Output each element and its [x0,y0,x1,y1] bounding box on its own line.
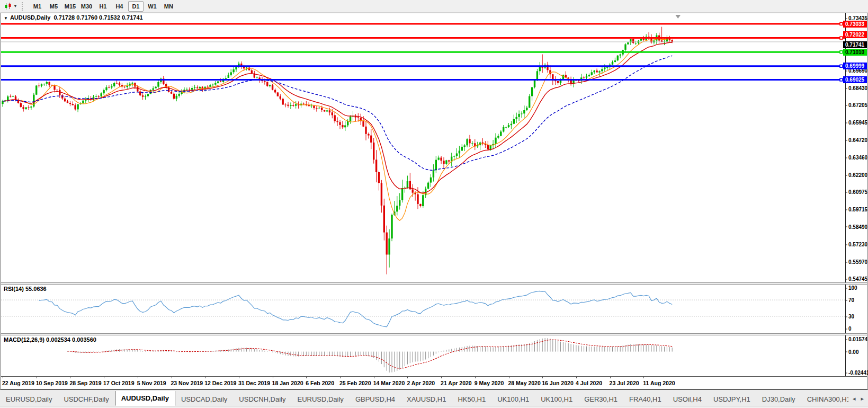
price-tick-0.64720: 0.64720 [846,137,867,143]
price-tick-0.54745: 0.54745 [846,276,867,282]
chart-tab-USDCHF-Daily[interactable]: USDCHF,Daily [58,393,114,406]
chart-tab-HK50-H1[interactable]: HK50,H1 [452,393,491,406]
mt4-app: ▼ M1M5M15M30H1H4D1W1MN ▼AUDUSD,Daily 0.7… [0,0,868,408]
chart-tab-CHINA300-H1[interactable]: CHINA300,H1 [801,393,848,406]
date-label-5: 23 Nov 2019 [171,380,203,386]
chart-window: ▼AUDUSD,Daily 0.71728 0.71760 0.71532 0.… [1,13,867,389]
date-tick-mark [509,377,509,378]
chart-tab-USDCNH-Daily[interactable]: USDCNH,Daily [233,393,291,406]
date-tick-mark [643,377,644,378]
chart-tab-EURUSD-Daily[interactable]: EURUSD,Daily [291,393,349,406]
date-tick-mark [306,377,307,378]
date-label-12: 2 Apr 2020 [407,380,435,386]
date-label-6: 12 Dec 2019 [204,380,236,386]
price-tag-0.71741: 0.71741 [843,41,867,48]
chart-tab-USOil-H4[interactable]: USOil,H4 [667,393,708,406]
price-tick-0.55970: 0.55970 [846,259,867,264]
date-label-16: 16 Jun 2020 [542,380,574,386]
rsi-tick-30: 30 [846,313,854,319]
toolbar-grip[interactable] [22,2,24,11]
main-price-pane: ▼AUDUSD,Daily 0.71728 0.71760 0.71532 0.… [1,13,867,282]
price-tick-0.62200: 0.62200 [846,172,867,178]
price-tick-0.68430: 0.68430 [846,85,867,91]
rsi-name: RSI(14) [4,286,24,292]
date-tick-mark [205,377,205,378]
date-tick-mark [273,377,273,378]
main-plot[interactable]: ▼AUDUSD,Daily 0.71728 0.71760 0.71532 0.… [1,13,845,282]
date-label-4: 5 Nov 2019 [137,380,166,386]
price-tick-0.59715: 0.59715 [846,207,867,212]
macd-pane: MACD(12,26,9) 0.002534 0.003560 0.015741… [1,335,867,376]
date-tick-mark [3,377,3,378]
rsi-tick-100: 100 [846,285,857,291]
macd-tick-0.015741: 0.015741 [846,336,868,342]
chart-tab-GER30-H1[interactable]: GER30,H1 [578,393,623,406]
date-label-1: 10 Sep 2019 [36,380,68,386]
price-tag-0.73033: 0.73033 [843,21,867,28]
chart-tab-UK100-H1[interactable]: UK100,H1 [491,393,535,406]
timeframe-button-W1[interactable]: W1 [145,1,160,12]
date-label-9: 6 Feb 2020 [306,380,334,386]
date-tick-mark [441,377,442,378]
date-tick-mark [340,377,341,378]
date-label-3: 17 Oct 2019 [103,380,134,386]
chart-tab-FRA40-H1[interactable]: FRA40,H1 [623,393,667,406]
chart-tab-EURUSD-Daily[interactable]: EURUSD,Daily [0,393,58,406]
rsi-tick-70: 70 [846,297,854,303]
price-tick-0.67205: 0.67205 [846,102,867,108]
date-label-14: 9 May 2020 [475,380,504,386]
price-tag-0.71010: 0.71010 [843,49,867,56]
date-tick-mark [70,377,70,378]
macd-values: 0.002534 0.003560 [46,336,96,343]
tab-scroll-right-icon[interactable]: ▸ [861,395,864,402]
collapse-icon[interactable]: ▼ [4,16,8,21]
date-label-8: 18 Jan 2020 [272,380,303,386]
date-label-17: 4 Jul 2020 [576,380,602,386]
chart-tab-AUDUSD-Daily[interactable]: AUDUSD,Daily [115,391,175,406]
macd-name: MACD(12,26,9) [4,336,44,343]
chart-title-ohlc: 0.71728 0.71760 0.71532 0.71741 [53,14,142,21]
price-tick-0.63460: 0.63460 [846,154,867,160]
price-tick-0.57230: 0.57230 [846,241,867,247]
chart-tab-UK100-H1[interactable]: UK100,H1 [535,393,578,406]
date-axis: 22 Aug 201910 Sep 201928 Sep 201917 Oct … [1,376,867,389]
chart-type-icon[interactable] [3,2,13,11]
date-tick-mark [374,377,374,378]
chart-tab-USDCAD-Daily[interactable]: USDCAD,Daily [175,393,233,406]
timeframe-button-D1[interactable]: D1 [128,1,144,12]
date-label-7: 31 Dec 2019 [238,380,270,386]
chart-tab-DJ30-Daily[interactable]: DJ30,Daily [756,393,801,406]
date-tick-mark [407,377,408,378]
date-tick-mark [172,377,172,378]
tab-scroll-left-icon[interactable]: ◂ [853,395,856,402]
chart-tab-GBPUSD-H4[interactable]: GBPUSD,H4 [350,393,401,406]
timeframe-button-M30[interactable]: M30 [79,1,94,12]
timeframe-button-H4[interactable]: H4 [112,1,127,12]
timeframe-button-M1[interactable]: M1 [30,1,45,12]
macd-plot[interactable]: MACD(12,26,9) 0.002534 0.003560 [1,335,845,376]
price-tick-0.65945: 0.65945 [846,120,867,126]
timeframe-button-MN[interactable]: MN [161,1,176,12]
timeframe-button-H1[interactable]: H1 [95,1,111,12]
bottom-strip [0,406,868,408]
rsi-label: RSI(14) 55.0636 [4,286,47,292]
date-tick-mark [138,377,138,378]
timeframe-button-M5[interactable]: M5 [46,1,61,12]
main-price-axis: 0.734350.696900.684300.672050.659450.647… [845,13,867,282]
rsi-plot[interactable]: RSI(14) 55.0636 [1,285,845,333]
date-label-13: 21 Apr 2020 [441,380,472,386]
chart-tab-XAUUSD-H1[interactable]: XAUUSD,H1 [401,393,452,406]
date-label-2: 28 Sep 2019 [69,380,101,386]
date-tick-mark [610,377,611,378]
date-label-10: 25 Feb 2020 [339,380,371,386]
chart-type-caret-icon[interactable]: ▼ [13,4,17,8]
macd-tick--0.024412: -0.024412 [846,370,868,376]
chart-tab-USDJPY-H1[interactable]: USDJPY,H1 [708,393,756,406]
date-label-11: 14 Mar 2020 [373,380,405,386]
chart-title-symbol: AUDUSD,Daily [10,14,50,21]
date-tick-mark [37,377,37,378]
timeframe-toolbar: ▼ M1M5M15M30H1H4D1W1MN [0,0,868,13]
timeframe-button-M15[interactable]: M15 [62,1,78,12]
candlestick-glyph [4,3,12,10]
date-tick-mark [542,377,543,378]
